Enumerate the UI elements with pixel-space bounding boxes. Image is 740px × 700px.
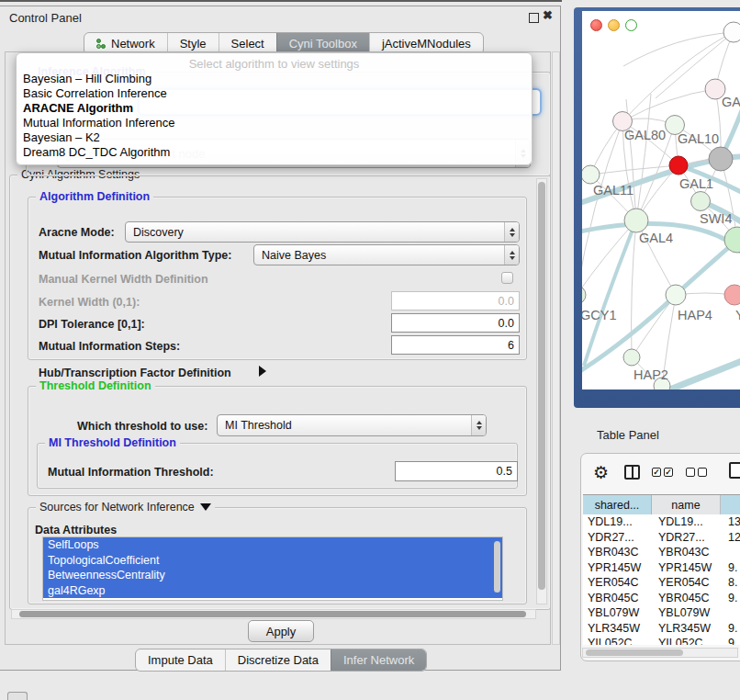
window-zoom-button[interactable]: [625, 19, 637, 31]
table-horizontal-scrollbar[interactable]: [582, 648, 738, 658]
collapsed-panel-icon[interactable]: [7, 692, 28, 700]
list-item[interactable]: gal4RGexp: [43, 583, 502, 599]
mi-type-label: Mutual Information Algorithm Type:: [39, 249, 231, 262]
panel-scroll-gutter[interactable]: [552, 51, 560, 645]
panel-title: Control Panel: [9, 11, 82, 25]
hub-definition-label: Hub/Transcription Factor Definition: [39, 367, 231, 379]
table-row[interactable]: YBL079WYBL079W: [583, 605, 740, 621]
window-close-button[interactable]: [590, 19, 602, 31]
list-scrollbar-thumb[interactable]: [494, 541, 500, 593]
table-row[interactable]: YLR345WYLR345W9.: [583, 621, 740, 637]
mi-steps-field[interactable]: 6: [391, 335, 520, 355]
cell-name: YBR043C: [656, 546, 724, 559]
cell-name: YIL052C: [656, 637, 724, 645]
tab-infer-network[interactable]: Infer Network: [331, 649, 426, 671]
settings-vertical-scrollbar[interactable]: [536, 178, 547, 604]
expand-arrow-icon[interactable]: [259, 366, 266, 377]
combo-stepper-icon: [471, 415, 486, 435]
cell-name: YLR345W: [656, 622, 724, 635]
scrollbar-thumb[interactable]: [538, 182, 545, 590]
window-minimize-button[interactable]: [608, 19, 620, 31]
tab-label: Impute Data: [148, 653, 213, 667]
column-header-partial[interactable]: [721, 495, 740, 515]
list-item[interactable]: BetweennessCentrality: [43, 568, 502, 583]
aracne-mode-combobox[interactable]: Discovery: [125, 221, 520, 243]
group-title: MI Threshold Definition: [45, 436, 180, 449]
edge: [623, 32, 734, 66]
data-attributes-list[interactable]: SelfLoopsTopologicalCoefficientBetweenne…: [42, 536, 503, 601]
tab-label: Select: [231, 37, 264, 51]
network-canvas[interactable]: GALGAL80GAL10GAL1GAL11SWI4GAL4GCY1HAP4YH…: [582, 11, 740, 390]
columns-icon[interactable]: [624, 465, 640, 480]
table-row[interactable]: YIL052CYIL052C9: [583, 636, 740, 645]
node-label-GCY1: GCY1: [582, 308, 617, 322]
aracne-mode-value: Discovery: [126, 226, 504, 239]
table-row[interactable]: YPR145WYPR145W9.: [583, 560, 740, 576]
node-red[interactable]: [669, 156, 688, 175]
which-threshold-combobox[interactable]: MI Threshold: [217, 414, 487, 436]
column-header-shared-name[interactable]: shared...: [583, 495, 652, 515]
node-top[interactable]: [723, 22, 740, 42]
column-header-name[interactable]: name: [652, 495, 721, 515]
dropdown-item[interactable]: Bayesian – K2: [22, 130, 526, 145]
dropdown-item[interactable]: Mutual Information Inference: [22, 116, 526, 130]
checkbox-unchecked-icon[interactable]: [698, 468, 707, 477]
table-header-row: shared... name: [583, 494, 740, 516]
collapse-arrow-icon[interactable]: [200, 503, 211, 511]
cell-shared-name: YDR27...: [583, 531, 656, 544]
table-row[interactable]: YBR045CYBR045C9.: [583, 591, 740, 606]
document-icon[interactable]: [729, 462, 740, 479]
table-row[interactable]: YDL19...YDL19...13: [583, 514, 740, 530]
dropdown-item[interactable]: Bayesian – Hill Climbing: [22, 72, 526, 86]
scrollbar-thumb[interactable]: [19, 611, 526, 617]
tab-discretize-data[interactable]: Discretize Data: [225, 649, 331, 671]
manual-kernel-checkbox[interactable]: [501, 272, 513, 284]
checkbox-checked-icon[interactable]: ✓: [652, 468, 661, 477]
group-title: Sources for Network Inference: [36, 501, 215, 514]
close-icon[interactable]: ✖: [543, 8, 553, 22]
node-label-GAL11: GAL11: [593, 183, 633, 198]
apply-button[interactable]: Apply: [248, 620, 314, 642]
node-GAL4[interactable]: [624, 209, 648, 232]
node-gray[interactable]: [709, 147, 733, 171]
edge: [622, 89, 715, 121]
cell-name: YDL19...: [656, 515, 724, 528]
scrollbar-thumb[interactable]: [586, 649, 683, 656]
node-GCY1[interactable]: [582, 286, 586, 304]
list-item[interactable]: SelfLoops: [43, 537, 502, 553]
cell-shared-name: YLR345W: [583, 622, 656, 635]
mi-type-combobox[interactable]: Naive Bayes: [253, 244, 520, 265]
settings-horizontal-scrollbar[interactable]: [11, 609, 536, 619]
dropdown-item[interactable]: Basic Correlation Inference: [22, 86, 526, 101]
mi-threshold-field[interactable]: 0.5: [395, 461, 518, 481]
node-label-GAL: GAL: [722, 95, 740, 109]
checkbox-unchecked-icon[interactable]: [686, 468, 695, 477]
node-HAP4[interactable]: [666, 285, 686, 305]
list-item[interactable]: TopologicalCoefficient: [43, 553, 502, 569]
node-HAP2[interactable]: [623, 349, 640, 366]
which-threshold-value: MI Threshold: [218, 419, 471, 432]
node-pink[interactable]: [724, 285, 740, 305]
kernel-width-label: Kernel Width (0,1):: [39, 296, 140, 309]
table-row[interactable]: YBR043CYBR043C: [583, 545, 740, 560]
table-panel-title: Table Panel: [597, 428, 659, 442]
dropdown-item[interactable]: Dream8 DC_TDC Algorithm: [22, 145, 526, 160]
node-GAL11[interactable]: [582, 165, 600, 184]
cell-value: 9.: [724, 592, 740, 604]
network-view-window: GALGAL80GAL10GAL1GAL11SWI4GAL4GCY1HAP4YH…: [574, 7, 740, 408]
float-panel-icon[interactable]: [529, 13, 539, 23]
mi-type-value: Naive Bayes: [254, 249, 504, 262]
dpi-tolerance-field[interactable]: 0.0: [391, 313, 520, 333]
which-threshold-label: Which threshold to use:: [77, 420, 207, 433]
gear-icon[interactable]: ⚙: [593, 462, 609, 483]
cell-value: 9.: [724, 561, 740, 574]
cell-name: YBL079W: [656, 606, 724, 619]
node-GAL1[interactable]: [691, 192, 711, 211]
dropdown-item[interactable]: ARACNE Algorithm: [22, 101, 526, 116]
table-row[interactable]: YER054CYER054C8.: [583, 575, 740, 591]
tab-impute-data[interactable]: Impute Data: [136, 649, 225, 671]
table-row[interactable]: YDR27...YDR27...12: [583, 530, 740, 546]
tab-label: jActiveMNodules: [382, 37, 471, 51]
node-label-Y: Y: [735, 308, 740, 322]
checkbox-checked-icon[interactable]: ✓: [664, 468, 673, 477]
